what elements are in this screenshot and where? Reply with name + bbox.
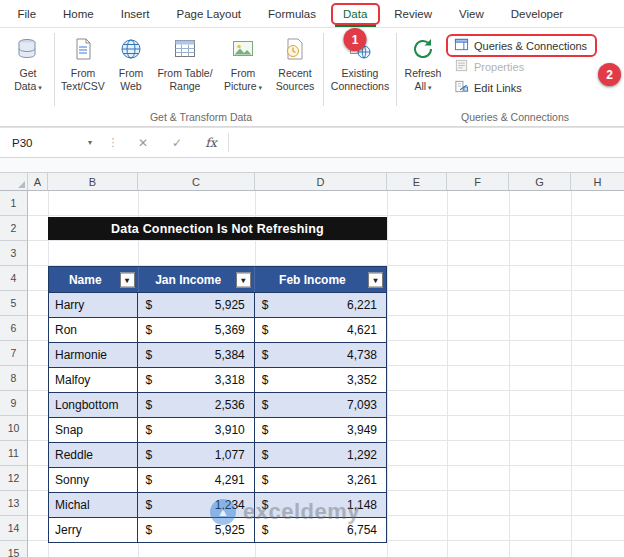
- column-header-b[interactable]: B: [48, 173, 138, 190]
- cell-feb-income[interactable]: $4,621: [255, 317, 386, 342]
- cell-feb-income[interactable]: $1,292: [255, 442, 386, 467]
- cell-name[interactable]: Malfoy: [49, 367, 138, 392]
- row-header[interactable]: 12: [0, 466, 28, 491]
- cell-jan-income[interactable]: $5,925: [138, 517, 254, 542]
- currency-symbol: $: [145, 323, 152, 337]
- cell-jan-income[interactable]: $4,291: [138, 467, 254, 492]
- insert-function-button[interactable]: fx: [194, 128, 228, 157]
- cell-feb-income[interactable]: $7,093: [255, 392, 386, 417]
- tab-home[interactable]: Home: [50, 0, 108, 27]
- cell-feb-income[interactable]: $1,148: [255, 492, 386, 517]
- filter-button[interactable]: ▾: [236, 272, 251, 287]
- refresh-all-button[interactable]: Refresh All▾: [400, 31, 446, 96]
- row-header[interactable]: 10: [0, 416, 28, 441]
- cell-jan-income[interactable]: $3,318: [138, 367, 254, 392]
- cell-jan-income[interactable]: $1,077: [138, 442, 254, 467]
- get-data-button[interactable]: Get Data▾: [4, 31, 52, 96]
- tab-file[interactable]: File: [4, 0, 50, 27]
- row-header[interactable]: 9: [0, 391, 28, 416]
- cell-name[interactable]: Ron: [49, 317, 138, 342]
- row-header[interactable]: 2: [0, 216, 28, 241]
- table-header-row: Name ▾ Jan Income ▾ Feb Income ▾: [49, 267, 386, 292]
- cell-feb-income[interactable]: $6,754: [255, 517, 386, 542]
- group-divider: [323, 33, 324, 106]
- cell-name[interactable]: Harmonie: [49, 342, 138, 367]
- from-text-csv-button[interactable]: From Text/CSV: [57, 31, 109, 96]
- from-web-button[interactable]: From Web: [109, 31, 153, 96]
- row-header[interactable]: 1: [0, 191, 28, 216]
- cell-feb-income[interactable]: $3,949: [255, 417, 386, 442]
- cell-name[interactable]: Snap: [49, 417, 138, 442]
- row-header[interactable]: 6: [0, 316, 28, 341]
- column-header-h[interactable]: H: [571, 173, 624, 190]
- tab-insert[interactable]: Insert: [107, 0, 163, 27]
- column-header-f[interactable]: F: [447, 173, 509, 190]
- column-header-c[interactable]: C: [138, 173, 255, 190]
- formula-bar: P30 ▾ ⋮ ✕ ✓ fx: [0, 127, 624, 158]
- label: Edit Links: [474, 82, 522, 94]
- get-data-icon: [15, 34, 41, 64]
- cell-name[interactable]: Michal: [49, 492, 138, 517]
- column-header-e[interactable]: E: [387, 173, 447, 190]
- name-box[interactable]: P30 ▾: [0, 128, 100, 157]
- row-header[interactable]: 3: [0, 241, 28, 266]
- row-header[interactable]: 13: [0, 491, 28, 516]
- cancel-button[interactable]: ✕: [126, 128, 160, 157]
- queries-and-connections-button[interactable]: Queries & Connections: [449, 36, 592, 55]
- cell-name[interactable]: Reddle: [49, 442, 138, 467]
- edit-links-button[interactable]: Edit Links: [449, 78, 592, 97]
- row-header[interactable]: 5: [0, 291, 28, 316]
- row-header[interactable]: 14: [0, 516, 28, 541]
- filter-button[interactable]: ▾: [368, 272, 383, 287]
- cell-value: 2,536: [215, 398, 245, 412]
- table-header-jan-income[interactable]: Jan Income ▾: [139, 267, 255, 292]
- cell-value: 4,291: [215, 473, 245, 487]
- cell-name[interactable]: Jerry: [49, 517, 138, 542]
- row-header[interactable]: 7: [0, 341, 28, 366]
- cell-jan-income[interactable]: $2,536: [138, 392, 254, 417]
- from-picture-button[interactable]: From Picture▾: [217, 31, 269, 96]
- cell-value: 5,384: [215, 348, 245, 362]
- table-header-name[interactable]: Name ▾: [49, 267, 139, 292]
- formula-input[interactable]: [229, 128, 624, 157]
- enter-button[interactable]: ✓: [160, 128, 194, 157]
- cell-feb-income[interactable]: $6,221: [255, 292, 386, 317]
- tab-developer[interactable]: Developer: [497, 0, 576, 27]
- cell-jan-income[interactable]: $5,384: [138, 342, 254, 367]
- cell-name[interactable]: Harry: [49, 292, 138, 317]
- cell-jan-income[interactable]: $1,234: [138, 492, 254, 517]
- column-header-a[interactable]: A: [28, 173, 48, 190]
- clock-document-icon: [282, 34, 308, 64]
- recent-sources-button[interactable]: Recent Sources: [269, 31, 321, 96]
- tab-data[interactable]: Data 1: [330, 0, 381, 27]
- cell-feb-income[interactable]: $4,738: [255, 342, 386, 367]
- formula-bar-handle: ⋮: [100, 128, 126, 157]
- from-table-range-button[interactable]: From Table/ Range: [153, 31, 217, 96]
- tab-view[interactable]: View: [446, 0, 498, 27]
- cell-jan-income[interactable]: $3,910: [138, 417, 254, 442]
- namebox-dropdown-icon[interactable]: ▾: [88, 138, 92, 147]
- cell-feb-income[interactable]: $3,352: [255, 367, 386, 392]
- ribbon-tabbar: File Home Insert Page Layout Formulas Da…: [0, 0, 624, 28]
- active-tab-underline: [335, 24, 376, 27]
- tab-formulas[interactable]: Formulas: [255, 0, 330, 27]
- cell-jan-income[interactable]: $5,925: [138, 292, 254, 317]
- row-header[interactable]: 15: [0, 541, 28, 557]
- currency-symbol: $: [262, 523, 269, 537]
- refresh-icon: [410, 34, 436, 64]
- column-header-g[interactable]: G: [509, 173, 571, 190]
- row-header[interactable]: 11: [0, 441, 28, 466]
- cell-jan-income[interactable]: $5,369: [138, 317, 254, 342]
- tab-page-layout[interactable]: Page Layout: [163, 0, 255, 27]
- tab-review[interactable]: Review: [381, 0, 446, 27]
- filter-button[interactable]: ▾: [120, 272, 135, 287]
- properties-button: Properties: [449, 57, 592, 76]
- cell-name[interactable]: Longbottom: [49, 392, 138, 417]
- cell-feb-income[interactable]: $3,261: [255, 467, 386, 492]
- row-header[interactable]: 8: [0, 366, 28, 391]
- select-all-corner[interactable]: [0, 173, 28, 190]
- column-header-d[interactable]: D: [255, 173, 387, 190]
- table-header-feb-income[interactable]: Feb Income ▾: [255, 267, 386, 292]
- cell-name[interactable]: Sonny: [49, 467, 138, 492]
- row-header[interactable]: 4: [0, 266, 28, 291]
